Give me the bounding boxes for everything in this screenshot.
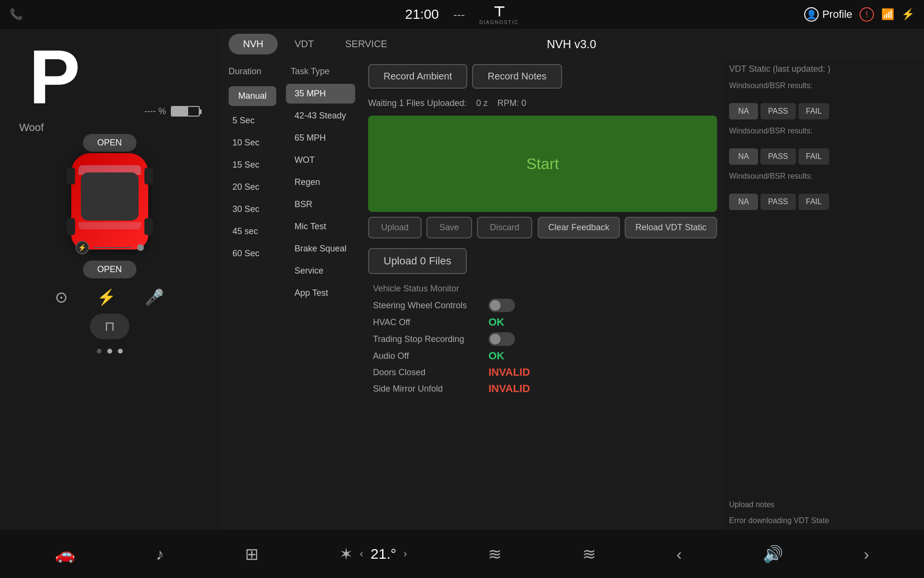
status-rpm: RPM: 0 xyxy=(497,98,526,108)
result-fail-3[interactable]: FAIL xyxy=(798,194,830,210)
temp-prev-arrow[interactable]: ‹ xyxy=(360,548,363,560)
record-buttons: Record Ambient Record Notes xyxy=(368,64,717,89)
task-bsr[interactable]: BSR xyxy=(286,195,355,214)
result-pass-1[interactable]: PASS xyxy=(760,103,796,119)
result-pass-2[interactable]: PASS xyxy=(760,148,796,165)
error-text: Error downloading VDT State xyxy=(729,516,917,525)
duration-5sec[interactable]: 5 Sec xyxy=(224,111,281,131)
doors-row: Doors Closed INVALID xyxy=(373,366,712,379)
result-na-3[interactable]: NA xyxy=(729,194,758,210)
wiper-button[interactable]: ⊓ xyxy=(90,314,129,339)
right-panel: VDT Static (last updated: ) Windsound/BS… xyxy=(722,59,924,530)
charge-indicator: ⚡ xyxy=(76,241,144,254)
task-wot[interactable]: WOT xyxy=(286,150,355,170)
prev-icon[interactable]: ‹ xyxy=(677,545,682,564)
status-info-row: Waiting 1 Files Uploaded: 0 z RPM: 0 xyxy=(368,96,717,111)
tesla-logo: ⊤ xyxy=(493,4,505,20)
open-top-button[interactable]: OPEN xyxy=(83,134,136,152)
seat-heat-left-icon[interactable]: ≋ xyxy=(488,544,501,564)
vdt-title: VDT Static (last updated: ) xyxy=(729,64,917,74)
steering-wheel-toggle[interactable] xyxy=(488,299,515,312)
result-row-3: NA PASS FAIL xyxy=(729,194,917,210)
open-bottom-button[interactable]: OPEN xyxy=(83,261,136,278)
task-4243steady[interactable]: 42-43 Steady xyxy=(286,106,355,126)
phone-icon: 📞 xyxy=(10,8,23,21)
seat-heat-right-icon[interactable]: ≋ xyxy=(582,544,596,564)
dot-indicators xyxy=(97,349,123,354)
apps-bottom-icon[interactable]: ⊞ xyxy=(245,544,258,564)
tab-vdt[interactable]: VDT xyxy=(280,34,328,54)
result-pass-3[interactable]: PASS xyxy=(760,194,796,210)
record-ambient-button[interactable]: Record Ambient xyxy=(368,64,467,89)
duration-15sec[interactable]: 15 Sec xyxy=(224,155,281,175)
status-waiting: Waiting 1 Files Uploaded: xyxy=(368,98,466,108)
save-button[interactable]: Save xyxy=(426,217,472,238)
lightning-icon[interactable]: ⚡ xyxy=(97,288,116,306)
charge-circle xyxy=(137,244,144,251)
charge-line xyxy=(94,247,132,248)
climate-center: ✶ ‹ 21.° › xyxy=(339,544,407,564)
duration-60sec[interactable]: 60 Sec xyxy=(224,244,281,263)
wheel-top-left xyxy=(66,168,75,184)
upload-button[interactable]: Upload xyxy=(368,217,422,238)
task-service[interactable]: Service xyxy=(286,261,355,281)
dot-3[interactable] xyxy=(118,349,123,354)
tab-nvh[interactable]: NVH xyxy=(229,34,278,54)
reload-vdt-button[interactable]: Reload VDT Static xyxy=(625,217,717,238)
result-na-2[interactable]: NA xyxy=(729,148,758,165)
toggle-knob xyxy=(490,300,500,311)
clear-feedback-button[interactable]: Clear Feedback xyxy=(538,217,620,238)
start-area[interactable]: Start xyxy=(368,116,717,212)
status-bar-center: 21:00 --- ⊤ DIAGNOSTIC xyxy=(405,4,519,25)
doors-label: Doors Closed xyxy=(373,368,479,378)
task-mictest[interactable]: Mic Test xyxy=(286,217,355,236)
record-notes-button[interactable]: Record Notes xyxy=(472,64,562,89)
manual-button[interactable]: Manual xyxy=(229,86,276,106)
tab-service[interactable]: SERVICE xyxy=(331,34,401,54)
duration-45sec[interactable]: 45 sec xyxy=(224,222,281,241)
audio-value: OK xyxy=(488,350,504,362)
upload-files-button[interactable]: Upload 0 Files xyxy=(368,248,467,274)
battery-fill xyxy=(172,107,188,116)
status-bar: 📞 21:00 --- ⊤ DIAGNOSTIC 👤 Profile ! 📶 ⚡ xyxy=(0,0,924,29)
duration-20sec[interactable]: 20 Sec xyxy=(224,177,281,197)
task-35mph[interactable]: 35 MPH xyxy=(286,84,355,104)
dot-2[interactable] xyxy=(107,349,112,354)
next-icon[interactable]: › xyxy=(864,545,869,564)
vdt-spacer xyxy=(729,217,917,493)
task-brakesqueal[interactable]: Brake Squeal xyxy=(286,239,355,259)
dot-1[interactable] xyxy=(97,349,102,354)
discard-button[interactable]: Discard xyxy=(477,217,532,238)
woof-label: Woof xyxy=(19,121,44,134)
wheel-top-right xyxy=(144,168,153,184)
profile-button[interactable]: 👤 Profile xyxy=(804,7,852,22)
fan-icon[interactable]: ✶ xyxy=(339,544,353,564)
mic-icon[interactable]: 🎤 xyxy=(145,288,164,306)
car-top-view xyxy=(71,153,148,250)
speaker-icon[interactable]: ⊙ xyxy=(55,288,68,306)
mirror-value: INVALID xyxy=(488,382,530,395)
trading-stop-toggle[interactable] xyxy=(488,332,515,346)
volume-icon[interactable]: 🔊 xyxy=(763,544,783,564)
music-bottom-icon[interactable]: ♪ xyxy=(156,545,164,564)
task-apptest[interactable]: App Test xyxy=(286,283,355,303)
duration-10sec[interactable]: 10 Sec xyxy=(224,133,281,153)
content-area: Duration Manual 5 Sec 10 Sec 15 Sec 20 S… xyxy=(219,59,924,530)
task-regen[interactable]: Regen xyxy=(286,172,355,192)
doors-value: INVALID xyxy=(488,366,530,379)
middle-panel: Record Ambient Record Notes Waiting 1 Fi… xyxy=(363,59,722,530)
hvac-row: HVAC Off OK xyxy=(373,316,712,328)
hvac-value: OK xyxy=(488,316,504,328)
warning-icon[interactable]: ! xyxy=(860,7,874,22)
duration-30sec[interactable]: 30 Sec xyxy=(224,199,281,219)
action-buttons: Upload Save Discard Clear Feedback Reloa… xyxy=(368,217,717,238)
temp-next-arrow[interactable]: › xyxy=(404,548,407,560)
car-bottom-icon[interactable]: 🚗 xyxy=(55,544,75,564)
nav-title: NVH v3.0 xyxy=(547,38,596,51)
main-content: NVH VDT SERVICE NVH v3.0 Duration Manual… xyxy=(219,29,924,530)
result-na-1[interactable]: NA xyxy=(729,103,758,119)
result-fail-1[interactable]: FAIL xyxy=(798,103,830,119)
task-65mph[interactable]: 65 MPH xyxy=(286,128,355,148)
result-fail-2[interactable]: FAIL xyxy=(798,148,830,165)
status-dashes: --- xyxy=(453,8,465,21)
